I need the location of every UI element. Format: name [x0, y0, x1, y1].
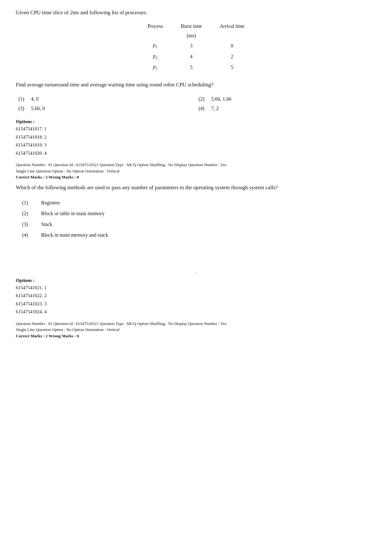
- arrival-p2: 2: [211, 51, 254, 62]
- dot-separator: .: [16, 269, 376, 275]
- q2-option-4-num: (4): [22, 232, 41, 238]
- meta-block-2: Question Number : 81 Question Id : 61547…: [16, 321, 376, 339]
- process-table: Process Burst time Arrival time (ms) p1 …: [139, 22, 254, 73]
- burst-p2: 4: [172, 51, 211, 62]
- q1-option-2: (2) 5.66, 1.66: [196, 94, 376, 104]
- q1-options-list: 61547541017. 1 61547541018. 2 6154754101…: [16, 125, 376, 157]
- q1-option-4-num: (4): [199, 106, 211, 111]
- table-header-process: Process: [139, 22, 172, 31]
- q1-option-2-val: 5.66, 1.66: [211, 96, 231, 102]
- q1-option-4: (4) 7, 2: [196, 104, 376, 113]
- q1-option-1-num: (1): [18, 96, 31, 102]
- table-row: p3 5 5: [139, 62, 254, 73]
- q1-option-1: (1) 4, 0: [16, 94, 196, 104]
- q1-option-3: (3) 5.66, 0: [16, 104, 196, 113]
- meta2-line2: Single Line Question Option : No Option …: [16, 327, 376, 333]
- q2-options-list: 61547541021. 1 61547541022. 2 6154754102…: [16, 284, 376, 316]
- meta2-marks: Correct Marks : 2 Wrong Marks : 0: [16, 333, 376, 339]
- q2-text: Which of the following methods are used …: [16, 184, 376, 192]
- q2-option-3-val: Stack: [41, 221, 52, 227]
- list-item: 61547541024. 4: [16, 308, 376, 316]
- q1-option-3-num: (3): [18, 106, 31, 111]
- q2-option-2-num: (2): [22, 211, 41, 216]
- q2-option-1-val: Registers: [41, 200, 60, 206]
- list-item: 61547541022. 2: [16, 292, 376, 300]
- q2-option-1: (1) Registers: [16, 197, 376, 208]
- intro-text: Given CPU time slice of 2ms and followin…: [16, 9, 376, 16]
- process-p1: p1: [139, 41, 172, 51]
- q2-option-3-num: (3): [22, 221, 41, 227]
- meta1-line2: Single Line Question Option : No Option …: [16, 168, 376, 174]
- list-item: 61547541021. 1: [16, 284, 376, 292]
- table-row: p2 4 2: [139, 51, 254, 62]
- arrival-p1: 0: [211, 41, 254, 51]
- q2-option-4-val: Block in main memory and stack: [41, 232, 108, 238]
- arrival-p3: 5: [211, 62, 254, 73]
- q2-option-4: (4) Block in main memory and stack: [16, 230, 376, 240]
- process-p2: p2: [139, 51, 172, 62]
- table-header-burst: Burst time: [172, 22, 211, 31]
- burst-p1: 3: [172, 41, 211, 51]
- q1-text: Find average turnaround time and average…: [16, 81, 376, 89]
- q2-option-2: (2) Block or table in main memory: [16, 208, 376, 219]
- list-item: 61547541023. 3: [16, 300, 376, 308]
- q2-answer-options: (1) Registers (2) Block or table in main…: [16, 197, 376, 240]
- q2-option-3: (3) Stack: [16, 219, 376, 230]
- meta1-marks: Correct Marks : 2 Wrong Marks : 0: [16, 174, 376, 180]
- q1-option-4-val: 7, 2: [211, 106, 219, 111]
- meta-block-1: Question Number : 81 Question Id : 61547…: [16, 162, 376, 180]
- q1-options-label: Options :: [16, 119, 376, 124]
- q1-option-2-num: (2): [199, 96, 211, 102]
- table-row: p1 3 0: [139, 41, 254, 51]
- table-header-arrival: Arrival time: [211, 22, 254, 31]
- list-item: 61547541020. 4: [16, 149, 376, 158]
- q1-option-1-val: 4, 0: [31, 96, 39, 102]
- q2-option-1-num: (1): [22, 200, 41, 206]
- q1-options-grid: (1) 4, 0 (2) 5.66, 1.66 (3) 5.66, 0 (4) …: [16, 94, 376, 113]
- q2-options-section: Options : 61547541021. 1 61547541022. 2 …: [16, 278, 376, 316]
- q2-options-label: Options :: [16, 278, 376, 283]
- q1-options-section: Options : 61547541017. 1 61547541018. 2 …: [16, 119, 376, 157]
- burst-p3: 5: [172, 62, 211, 73]
- list-item: 61547541017. 1: [16, 125, 376, 133]
- table-subheader: (ms): [172, 31, 211, 41]
- list-item: 61547541019. 3: [16, 141, 376, 149]
- list-item: 61547541018. 2: [16, 133, 376, 141]
- process-p3: p3: [139, 62, 172, 73]
- meta2-line1: Question Number : 81 Question Id : 61547…: [16, 321, 376, 327]
- meta1-line1: Question Number : 81 Question Id : 61547…: [16, 162, 376, 168]
- q1-option-3-val: 5.66, 0: [31, 106, 45, 111]
- spacer: [16, 247, 376, 266]
- q2-option-2-val: Block or table in main memory: [41, 211, 104, 216]
